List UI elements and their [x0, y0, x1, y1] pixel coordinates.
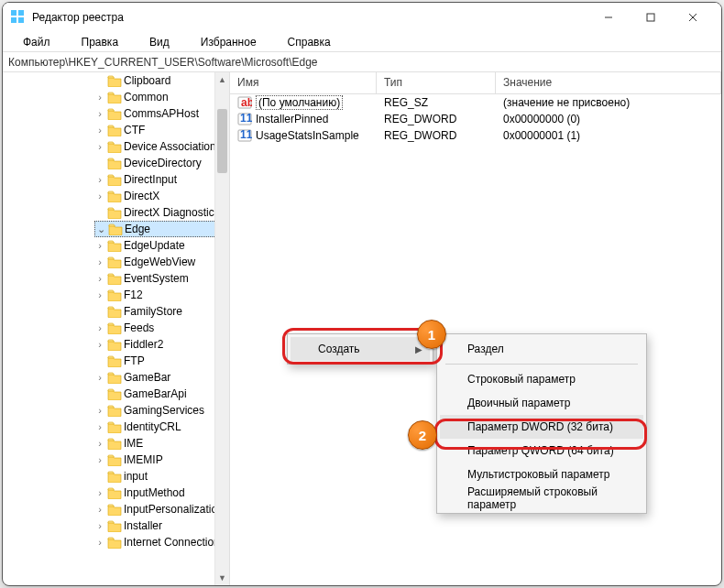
- tree-item-inputmethod[interactable]: ›InputMethod: [94, 485, 229, 501]
- caret-closed-icon[interactable]: ›: [94, 256, 105, 267]
- caret-closed-icon[interactable]: ›: [94, 454, 105, 465]
- scroll-up-icon[interactable]: ▲: [215, 72, 229, 87]
- caret-closed-icon[interactable]: ›: [94, 125, 105, 136]
- tree-item-identitycrl[interactable]: ›IdentityCRL: [94, 419, 229, 435]
- tree-item-devicedirectory[interactable]: DeviceDirectory: [94, 155, 229, 171]
- tree-item-familystore[interactable]: FamilyStore: [94, 303, 229, 320]
- tree-item-fiddler2[interactable]: ›Fiddler2: [94, 336, 229, 353]
- folder-icon: [108, 223, 123, 235]
- caret-closed-icon[interactable]: ›: [94, 520, 105, 531]
- ctx-multistring[interactable]: Мультистроковый параметр: [440, 463, 643, 486]
- folder-icon: [107, 91, 122, 103]
- maximize-button[interactable]: [630, 3, 672, 32]
- caret-closed-icon[interactable]: ›: [94, 504, 105, 515]
- tree-item-gamingservices[interactable]: ›GamingServices: [94, 402, 229, 419]
- caret-open-icon[interactable]: ⌄: [95, 223, 106, 235]
- caret-closed-icon[interactable]: ›: [94, 438, 105, 449]
- folder-icon: [107, 256, 122, 268]
- menu-help[interactable]: Справка: [273, 34, 346, 50]
- caret-closed-icon[interactable]: ›: [94, 108, 105, 119]
- ctx-string[interactable]: Строковый параметр: [440, 367, 643, 391]
- menu-favorites[interactable]: Избранное: [186, 34, 271, 50]
- tree-item-inputpersonalization[interactable]: ›InputPersonalization: [94, 501, 229, 517]
- tree-item-gamebarapi[interactable]: GameBarApi: [94, 386, 229, 402]
- titlebar[interactable]: Редактор реестра: [3, 3, 721, 32]
- app-icon: [10, 9, 25, 27]
- tree-item-input[interactable]: input: [94, 468, 229, 485]
- caret-closed-icon[interactable]: ›: [94, 92, 105, 103]
- list-row[interactable]: 110UsageStatsInSampleREG_DWORD0x00000001…: [230, 127, 721, 144]
- tree-item-directinput[interactable]: ›DirectInput: [94, 171, 229, 188]
- tree-item-feeds[interactable]: ›Feeds: [94, 320, 229, 336]
- caret-closed-icon[interactable]: ›: [94, 487, 105, 498]
- ctx-qword[interactable]: Параметр QWORD (64 бита): [440, 439, 643, 463]
- tree-item-label: Device Association: [124, 140, 216, 153]
- scroll-thumb[interactable]: [217, 109, 227, 173]
- ctx-create[interactable]: Создать ▶: [291, 337, 430, 361]
- caret-closed-icon[interactable]: ›: [94, 372, 105, 383]
- svg-text:110: 110: [240, 128, 252, 141]
- folder-icon: [107, 437, 122, 450]
- caret-closed-icon[interactable]: ›: [94, 141, 105, 152]
- folder-icon: [107, 387, 122, 400]
- tree-item-edgeupdate[interactable]: ›EdgeUpdate: [94, 237, 229, 254]
- tree-item-imemip[interactable]: ›IMEMIP: [94, 452, 229, 468]
- list-row[interactable]: 110InstallerPinnedREG_DWORD0x00000000 (0…: [230, 111, 721, 127]
- ctx-binary[interactable]: Двоичный параметр: [440, 391, 643, 415]
- tree-pane[interactable]: Clipboard›Common›CommsAPHost›CTF›Device …: [3, 72, 230, 585]
- annotation-badge-2: 2: [408, 420, 437, 450]
- caret-closed-icon[interactable]: ›: [94, 289, 105, 300]
- tree-item-clipboard[interactable]: Clipboard: [94, 72, 229, 89]
- tree-item-commsaphost[interactable]: ›CommsAPHost: [94, 105, 229, 122]
- tree-item-label: Fiddler2: [124, 338, 163, 351]
- tree-item-label: CTF: [124, 124, 145, 136]
- caret-closed-icon[interactable]: ›: [94, 537, 105, 548]
- tree-item-ime[interactable]: ›IME: [94, 435, 229, 452]
- tree-item-edgewebview[interactable]: ›EdgeWebView: [94, 254, 229, 270]
- caret-closed-icon[interactable]: ›: [94, 322, 105, 333]
- header-type[interactable]: Тип: [377, 72, 496, 93]
- tree-item-eventsystem[interactable]: ›EventSystem: [94, 270, 229, 287]
- caret-closed-icon[interactable]: ›: [94, 405, 105, 416]
- tree-item-label: IMEMIP: [124, 453, 163, 466]
- tree-item-edge[interactable]: ⌄Edge: [94, 221, 229, 237]
- ctx-expandstring[interactable]: Расширяемый строковый параметр: [440, 486, 643, 510]
- list-row[interactable]: ab(По умолчанию)REG_SZ(значение не присв…: [230, 94, 721, 111]
- tree-item-label: CommsAPHost: [124, 107, 199, 120]
- caret-closed-icon[interactable]: ›: [94, 174, 105, 185]
- tree-item-common[interactable]: ›Common: [94, 89, 229, 105]
- list-header: Имя Тип Значение: [230, 72, 721, 94]
- tree-item-ctf[interactable]: ›CTF: [94, 122, 229, 138]
- scroll-down-icon[interactable]: ▼: [215, 571, 229, 585]
- tree-item-f12[interactable]: ›F12: [94, 287, 229, 303]
- tree-item-label: DeviceDirectory: [124, 157, 202, 169]
- ctx-key[interactable]: Раздел: [440, 337, 643, 361]
- header-name[interactable]: Имя: [230, 72, 377, 93]
- caret-closed-icon[interactable]: ›: [94, 421, 105, 432]
- tree-item-ftp[interactable]: FTP: [94, 353, 229, 369]
- tree-item-device-association[interactable]: ›Device Association: [94, 138, 229, 155]
- tree-item-directx[interactable]: ›DirectX: [94, 188, 229, 204]
- caret-closed-icon[interactable]: ›: [94, 240, 105, 251]
- tree-item-directx-diagnostic[interactable]: DirectX Diagnostic: [94, 204, 229, 221]
- folder-icon: [107, 173, 122, 186]
- caret-closed-icon[interactable]: ›: [94, 191, 105, 201]
- close-button[interactable]: [672, 3, 714, 32]
- address-bar[interactable]: Компьютер\HKEY_CURRENT_USER\Software\Mic…: [3, 52, 721, 72]
- menu-file[interactable]: Файл: [8, 34, 65, 50]
- minimize-button[interactable]: [587, 3, 630, 32]
- caret-closed-icon[interactable]: ›: [94, 339, 105, 350]
- menu-edit[interactable]: Правка: [67, 34, 134, 50]
- tree-item-label: InputMethod: [124, 486, 185, 499]
- tree-scrollbar[interactable]: ▲ ▼: [214, 72, 229, 585]
- ctx-dword[interactable]: Параметр DWORD (32 бита): [440, 415, 643, 439]
- menu-view[interactable]: Вид: [135, 34, 184, 50]
- tree-item-internet-connection[interactable]: ›Internet Connection: [94, 534, 229, 550]
- folder-icon: [107, 453, 122, 466]
- caret-closed-icon[interactable]: ›: [94, 273, 105, 284]
- header-value[interactable]: Значение: [496, 72, 721, 93]
- tree-item-installer[interactable]: ›Installer: [94, 517, 229, 534]
- folder-icon: [107, 305, 122, 318]
- tree-item-gamebar[interactable]: ›GameBar: [94, 369, 229, 386]
- tree-item-label: EdgeWebView: [124, 256, 195, 268]
